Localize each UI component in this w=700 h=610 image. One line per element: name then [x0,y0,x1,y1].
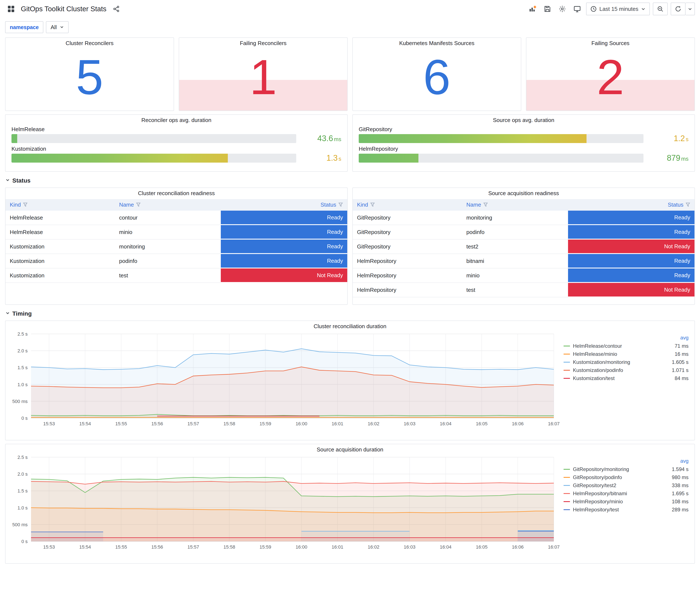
svg-text:15:54: 15:54 [79,421,91,427]
filter-icon[interactable] [23,202,28,208]
column-header-kind[interactable]: Kind [353,199,462,211]
status-badge: Ready [221,240,347,253]
row-toggle-status[interactable]: Status [5,177,695,184]
svg-text:16:04: 16:04 [440,421,452,427]
cell-status: Ready [568,211,695,225]
chart-row-reconciliation: Cluster reconciliation duration 15:5315:… [5,321,695,440]
gauge-value: 879ms [649,154,688,163]
panel-title[interactable]: Source acquisition readiness [353,188,695,197]
cell-kind: GitRepository [353,239,462,254]
refresh-button[interactable] [671,2,686,15]
section-label: Timing [12,310,32,317]
cycle-view-icon[interactable] [571,3,583,15]
panel-title[interactable]: Failing Sources [526,38,695,47]
cell-kind: GitRepository [353,225,462,239]
series-name[interactable]: Kustomization/monitoring [573,359,672,365]
legend-item: GitRepository/monitoring1.594 s [564,465,688,473]
filter-icon[interactable] [338,202,343,208]
series-name[interactable]: HelmRelease/minio [573,351,675,357]
svg-text:2.5 s: 2.5 s [17,455,28,460]
zoom-out-button[interactable] [653,2,668,15]
svg-text:1.0 s: 1.0 s [17,505,28,511]
panel-title[interactable]: Reconciler ops avg. duration [12,115,341,124]
legend-avg-header[interactable]: avg [564,335,688,341]
series-name[interactable]: GitRepository/test2 [573,482,672,488]
gauges-row: Reconciler ops avg. duration HelmRelease… [5,114,695,172]
cell-name: minio [115,225,221,239]
cell-kind: Kustomization [5,268,115,283]
series-name[interactable]: HelmRelease/contour [573,343,675,349]
chart-row-acquisition: Source acquisition duration 15:5315:5415… [5,444,695,564]
gauge-row: HelmRepository879ms [359,146,688,163]
table-row: HelmRepositorytestNot Ready [353,283,695,297]
series-color-dash [564,469,570,470]
cell-status: Ready [568,225,695,239]
time-range-label: Last 15 minutes [599,6,638,12]
column-header-status[interactable]: Status [221,199,347,211]
gauge-bar [12,134,296,143]
status-badge: Ready [568,225,695,239]
svg-text:15:53: 15:53 [43,544,55,550]
series-name[interactable]: Kustomization/test [573,375,675,381]
panel-title[interactable]: Cluster Reconcilers [5,38,174,47]
status-badge: Not Ready [568,283,695,296]
timeseries-plot-area[interactable]: 15:5315:5415:5515:5615:5715:5815:5916:00… [9,331,564,433]
timeseries-canvas[interactable]: 15:5315:5415:5515:5615:5715:5815:5916:00… [9,331,560,432]
add-panel-icon[interactable] [526,3,538,15]
timeseries-plot-area[interactable]: 15:5315:5415:5515:5615:5715:5815:5916:00… [9,454,564,557]
series-name[interactable]: GitRepository/podinfo [573,475,672,480]
dashboards-grid-icon[interactable] [5,3,17,15]
series-name[interactable]: HelmRepository/bitnami [573,491,672,497]
series-name[interactable]: HelmRepository/minio [573,499,672,504]
series-name[interactable]: HelmRepository/test [573,507,672,513]
panel-title[interactable]: Source ops avg. duration [359,115,688,124]
gauge-label: HelmRepository [359,146,688,152]
stat-panel-cluster-reconcilers: Cluster Reconcilers 5 [5,37,174,111]
column-header-name[interactable]: Name [462,199,568,211]
series-color-dash [564,493,570,494]
table-panel-cluster-readiness: Cluster reconciliation readiness KindNam… [5,188,348,305]
series-avg-value: 16 ms [675,351,688,357]
share-icon[interactable] [110,3,122,15]
cell-kind: HelmRepository [353,268,462,283]
series-avg-value: 71 ms [675,343,688,349]
panel-title[interactable]: Source acquisition duration [9,444,691,453]
cell-name: podinfo [462,225,568,239]
column-header-kind[interactable]: Kind [5,199,115,211]
legend-item: HelmRepository/bitnami1.695 s [564,489,688,498]
time-range-picker[interactable]: Last 15 minutes [586,2,650,15]
filter-icon[interactable] [136,202,141,208]
svg-text:16:02: 16:02 [368,421,379,427]
series-name[interactable]: GitRepository/monitoring [573,466,672,472]
chevron-down-icon [60,24,64,31]
cell-name: test [462,283,568,297]
table-panel-source-readiness: Source acquisition readiness KindNameSta… [352,188,695,305]
panel-title[interactable]: Cluster reconciliation readiness [5,188,347,197]
cell-status: Not Ready [221,268,347,283]
refresh-interval-dropdown[interactable] [686,2,695,15]
svg-text:16:05: 16:05 [476,544,488,550]
series-color-dash [564,362,570,363]
panel-title[interactable]: Failing Reconcilers [179,38,347,47]
filter-icon[interactable] [483,202,488,208]
series-name[interactable]: Kustomization/podinfo [573,367,672,373]
timeseries-canvas[interactable]: 15:5315:5415:5515:5615:5715:5815:5916:00… [9,454,560,555]
column-header-name[interactable]: Name [115,199,221,211]
panel-title[interactable]: Cluster reconciliation duration [9,321,691,330]
filter-icon[interactable] [370,202,375,208]
svg-text:500 ms: 500 ms [12,399,28,404]
dashboard-settings-icon[interactable] [556,3,568,15]
gauge-unit: ms [334,136,341,142]
filter-icon[interactable] [686,202,690,208]
svg-text:15:55: 15:55 [115,421,127,427]
variable-namespace-dropdown[interactable]: All [46,21,69,33]
save-dashboard-icon[interactable] [541,3,553,15]
legend-avg-header[interactable]: avg [564,458,688,464]
series-avg-value: 1.605 s [672,359,688,365]
cell-status: Ready [221,254,347,268]
panel-title[interactable]: Kubernetes Manifests Sources [353,38,521,47]
svg-text:0 s: 0 s [21,416,28,421]
row-toggle-timing[interactable]: Timing [5,310,695,317]
cell-kind: HelmRelease [5,225,115,239]
column-header-status[interactable]: Status [568,199,695,211]
